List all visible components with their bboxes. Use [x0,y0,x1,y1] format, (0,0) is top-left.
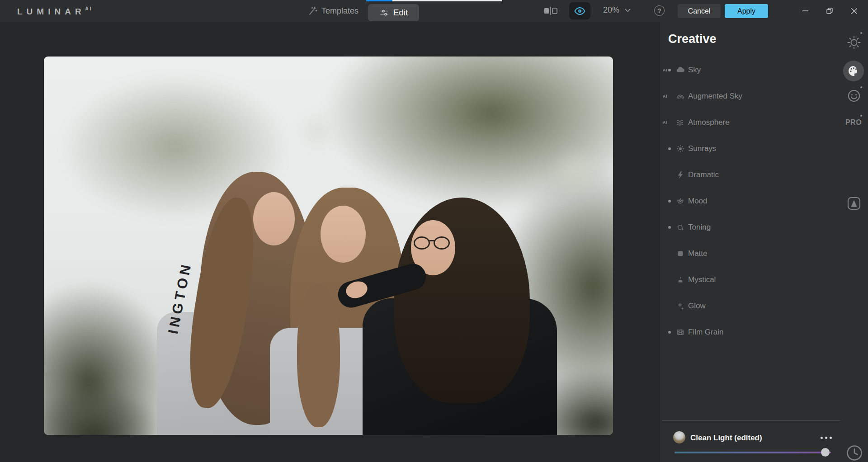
window-restore-button[interactable] [819,0,840,22]
middle-person-face [321,206,366,263]
right-person-glasses-bridge [429,240,434,241]
tool-edited-dot [668,147,671,150]
preset-amount-slider[interactable] [675,452,831,453]
photo-being-edited[interactable]: INGTON [44,57,613,435]
tool-label: Dramatic [688,170,719,179]
preset-name: Clean Light (edited) [690,434,762,443]
tool-item-atmosphere[interactable]: AtmosphereAI [660,109,839,136]
luminar-app-window: LUMINARAI Templates Edit 20% ? Cancel Ap… [0,0,868,462]
tool-ai-badge: AI [663,120,667,125]
bokeh-highlight [297,111,338,151]
cancel-button[interactable]: Cancel [678,4,721,18]
tool-item-mystical[interactable]: Mystical [660,267,839,293]
tool-edited-dot [668,331,671,334]
creative-tools-panel: Creative SkyAI Augmented SkyAI Atmospher… [660,22,868,462]
templates-tab[interactable]: Templates [308,5,359,17]
tool-item-sunrays[interactable]: Sunrays [660,136,839,162]
sliders-icon [379,8,389,18]
tool-item-matte[interactable]: Matte [660,240,839,267]
pro-tools-tab[interactable]: PRO [842,118,865,127]
tool-icon [675,327,685,337]
tool-edited-dot [668,226,671,229]
preset-thumbnail[interactable] [673,431,685,443]
tool-ai-badge: AI [663,94,667,99]
progress-indicator-filled [366,0,392,1]
middle-person-hair-strand [297,283,340,427]
tool-category-strip: PRO [839,22,868,462]
tool-icon [675,170,685,180]
tool-item-glow[interactable]: Glow [660,293,839,319]
zoom-control[interactable]: 20% [603,5,631,15]
eye-icon [574,6,586,16]
tool-icon [675,144,685,154]
before-after-compare-icon[interactable] [543,6,558,15]
app-logo: LUMINARAI [17,6,93,17]
creative-palette-icon-selected[interactable] [843,61,864,81]
tool-label: Film Grain [688,328,723,337]
tool-label: Toning [688,223,711,232]
window-close-button[interactable] [844,0,864,22]
tool-label: Glow [688,302,706,311]
preset-more-options-icon[interactable] [821,437,832,439]
editing-canvas[interactable]: INGTON [0,22,660,462]
tool-label: Sunrays [688,144,716,153]
window-minimize-button[interactable] [795,0,816,22]
right-person-hair [394,198,530,403]
tool-icon [675,222,685,232]
bokeh-highlight [550,147,600,197]
essentials-edited-dot [860,32,862,34]
tool-edited-dot [668,200,671,203]
preview-eye-button[interactable] [569,2,590,19]
tool-icon [675,118,685,127]
tool-list: SkyAI Augmented SkyAI AtmosphereAI Sunra… [660,57,839,345]
tool-icon [675,275,685,285]
tool-icon [675,65,685,75]
tool-item-film-grain[interactable]: Film Grain [660,319,839,345]
zoom-value: 20% [603,5,619,15]
tool-icon [675,196,685,206]
edit-label: Edit [393,8,408,18]
apply-button[interactable]: Apply [725,4,768,18]
templates-label: Templates [321,6,359,16]
tool-icon [675,249,685,259]
tool-edited-dot [668,69,671,71]
left-person-face [253,192,295,245]
top-toolbar: LUMINARAI Templates Edit 20% ? Cancel Ap… [0,0,868,22]
tool-label: Atmosphere [688,118,730,127]
portrait-face-icon[interactable] [847,89,861,103]
tool-label: Sky [688,66,701,75]
tool-item-sky[interactable]: SkyAI [660,57,839,83]
chevron-down-icon [625,9,631,12]
magic-wand-icon [308,6,318,16]
tool-label: Mystical [688,275,716,284]
tool-label: Mood [688,197,708,206]
local-masking-icon[interactable] [846,195,862,212]
tool-label: Augmented Sky [688,92,742,101]
tool-item-mood[interactable]: Mood [660,188,839,214]
tool-label: Matte [688,249,708,258]
panel-title: Creative [668,32,717,46]
essentials-sun-icon[interactable] [846,34,862,51]
pro-edited-dot [860,115,862,117]
progress-indicator-track [392,0,502,1]
tool-item-augmented-sky[interactable]: Augmented SkyAI [660,83,839,109]
portrait-edited-dot [860,86,862,88]
edit-tab[interactable]: Edit [368,4,419,21]
right-person-glasses-left-lens [414,236,430,250]
right-person-glasses-right-lens [434,236,450,250]
tool-item-toning[interactable]: Toning [660,214,839,240]
tool-icon [675,301,685,311]
tool-icon [675,91,685,101]
history-clock-icon[interactable] [845,444,863,462]
tool-ai-badge: AI [663,68,667,72]
tool-item-dramatic[interactable]: Dramatic [660,162,839,188]
help-button[interactable]: ? [654,5,665,16]
preset-divider [662,420,840,421]
